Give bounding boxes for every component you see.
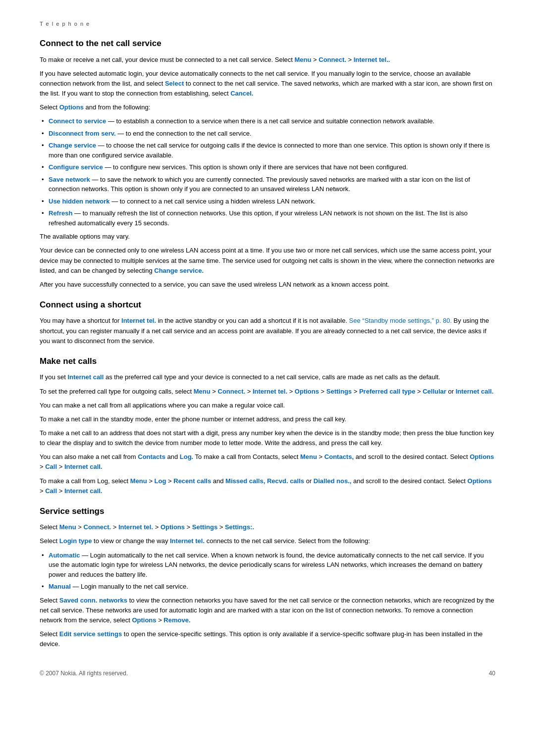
para-after-connected: After you have successfully connected to… xyxy=(40,280,495,290)
link-contacts-2[interactable]: Contacts, xyxy=(324,453,354,460)
link-settings-colon[interactable]: Settings:. xyxy=(225,523,254,531)
para-make-4: To make a net call in the standby mode, … xyxy=(40,414,495,424)
para-connect-3: Select Options and from the following: xyxy=(40,102,495,112)
link-saved-conn-networks[interactable]: Saved conn. networks xyxy=(59,597,127,604)
link-connect-3[interactable]: Connect. xyxy=(84,523,111,531)
para-one-access-point: Your device can be connected only to one… xyxy=(40,246,495,275)
link-internet-call-4[interactable]: Internet call. xyxy=(64,487,103,495)
link-contacts-1[interactable]: Contacts xyxy=(138,453,165,460)
link-edit-service-settings[interactable]: Edit service settings xyxy=(59,630,122,638)
list-item-manual: Manual — Login manually to the net call … xyxy=(40,582,495,592)
link-options-5[interactable]: Options xyxy=(160,523,185,531)
link-missed-calls[interactable]: Missed calls, xyxy=(225,477,265,485)
list-item-save-network: Save network — to save the network to wh… xyxy=(40,175,495,194)
link-standby-settings[interactable]: See “Standby mode settings,” p. 80. xyxy=(349,317,452,324)
para-make-5: To make a net call to an address that do… xyxy=(40,428,495,448)
link-hidden-network[interactable]: Use hidden network xyxy=(49,198,110,205)
link-recvd-calls[interactable]: Recvd. calls xyxy=(267,477,304,485)
link-options-4[interactable]: Options xyxy=(468,477,492,485)
list-item-configure-service: Configure service — to configure new ser… xyxy=(40,162,495,172)
link-internet-tel-1[interactable]: Internet tel.. xyxy=(354,56,390,63)
link-select-1[interactable]: Select xyxy=(165,80,184,87)
para-connect-2: If you have selected automatic login, yo… xyxy=(40,69,495,99)
link-options-2[interactable]: Options xyxy=(295,388,319,395)
link-configure-service[interactable]: Configure service xyxy=(49,163,103,171)
link-settings-2[interactable]: Settings xyxy=(192,523,217,531)
heading-connect-net-call: Connect to the net call service xyxy=(40,37,495,50)
link-cancel-1[interactable]: Cancel. xyxy=(230,90,253,97)
link-options-3[interactable]: Options xyxy=(470,453,494,460)
link-automatic[interactable]: Automatic xyxy=(49,552,80,559)
link-cellular[interactable]: Cellular xyxy=(423,388,446,395)
link-internet-tel-3[interactable]: Internet tel. xyxy=(253,388,287,395)
list-item-disconnect: Disconnect from serv. — to end the conne… xyxy=(40,129,495,139)
para-make-1: If you set Internet call as the preferre… xyxy=(40,372,495,382)
para-options-vary: The available options may vary. xyxy=(40,232,495,242)
para-service-3: Select Saved conn. networks to view the … xyxy=(40,596,495,625)
footer-page-number: 40 xyxy=(489,669,495,678)
link-change-service-1[interactable]: Change service xyxy=(49,142,96,149)
heading-connect-shortcut: Connect using a shortcut xyxy=(40,299,495,311)
link-settings-1[interactable]: Settings xyxy=(326,388,352,395)
link-menu-2[interactable]: Menu xyxy=(194,388,211,395)
section-label: T e l e p h o n e xyxy=(40,20,495,28)
link-save-network[interactable]: Save network xyxy=(49,176,90,183)
para-service-2: Select Login type to view or change the … xyxy=(40,536,495,546)
list-item-change-service: Change service — to choose the net call … xyxy=(40,141,495,160)
list-item-refresh: Refresh — to manually refresh the list o… xyxy=(40,208,495,228)
link-preferred-call[interactable]: Preferred call type xyxy=(359,388,415,395)
link-log-2[interactable]: Log xyxy=(155,477,166,485)
link-login-type[interactable]: Login type xyxy=(59,537,92,545)
link-call-1[interactable]: Call xyxy=(45,463,57,470)
bullet-list-connect: Connect to service — to establish a conn… xyxy=(40,116,495,228)
para-service-4: Select Edit service settings to open the… xyxy=(40,629,495,649)
para-make-2: To set the preferred call type for outgo… xyxy=(40,387,495,397)
list-item-automatic: Automatic — Login automatically to the n… xyxy=(40,551,495,580)
footer-copyright: © 2007 Nokia. All rights reserved. xyxy=(40,669,128,678)
link-disconnect[interactable]: Disconnect from serv. xyxy=(49,130,116,137)
bullet-list-service: Automatic — Login automatically to the n… xyxy=(40,551,495,592)
link-menu-4[interactable]: Menu xyxy=(130,477,147,485)
footer: © 2007 Nokia. All rights reserved. 40 xyxy=(40,669,495,678)
link-remove[interactable]: Remove. xyxy=(163,616,190,624)
para-make-6: You can also make a net call from Contac… xyxy=(40,452,495,472)
link-options-1[interactable]: Options xyxy=(59,103,84,111)
link-refresh[interactable]: Refresh xyxy=(49,209,72,217)
link-recent-calls[interactable]: Recent calls xyxy=(173,477,211,485)
link-connect-to-service[interactable]: Connect to service xyxy=(49,117,106,125)
link-internet-tel-5[interactable]: Internet tel. xyxy=(170,537,205,545)
heading-service-settings: Service settings xyxy=(40,505,495,518)
link-manual[interactable]: Manual xyxy=(49,583,71,590)
link-internet-call-2[interactable]: Internet call. xyxy=(456,388,494,395)
para-service-1: Select Menu > Connect. > Internet tel. >… xyxy=(40,522,495,532)
heading-make-net-calls: Make net calls xyxy=(40,355,495,368)
para-make-3: You can make a net call from all applica… xyxy=(40,401,495,410)
link-internet-tel-2[interactable]: Internet tel. xyxy=(121,317,156,324)
link-connect-2[interactable]: Connect. xyxy=(218,388,246,395)
link-menu-1[interactable]: Menu xyxy=(294,56,311,63)
link-internet-call-1[interactable]: Internet call xyxy=(67,373,104,381)
link-connect-1[interactable]: Connect. xyxy=(319,56,346,63)
link-dialled-nos[interactable]: Dialled nos., xyxy=(314,477,352,485)
link-menu-5[interactable]: Menu xyxy=(59,523,76,531)
link-call-2[interactable]: Call xyxy=(45,487,57,495)
link-change-service-2[interactable]: Change service. xyxy=(154,267,204,274)
para-make-7: To make a call from Log, select Menu > L… xyxy=(40,476,495,496)
para-connect-1: To make or receive a net call, your devi… xyxy=(40,55,495,65)
link-internet-tel-4[interactable]: Internet tel. xyxy=(118,523,153,531)
list-item-connect-to-service: Connect to service — to establish a conn… xyxy=(40,116,495,126)
link-menu-3[interactable]: Menu xyxy=(300,453,317,460)
link-log-1[interactable]: Log. xyxy=(180,453,193,460)
list-item-hidden-network: Use hidden network — to connect to a net… xyxy=(40,197,495,206)
para-shortcut-1: You may have a shortcut for Internet tel… xyxy=(40,316,495,346)
link-options-6[interactable]: Options xyxy=(132,616,156,624)
link-internet-call-3[interactable]: Internet call. xyxy=(64,463,103,470)
